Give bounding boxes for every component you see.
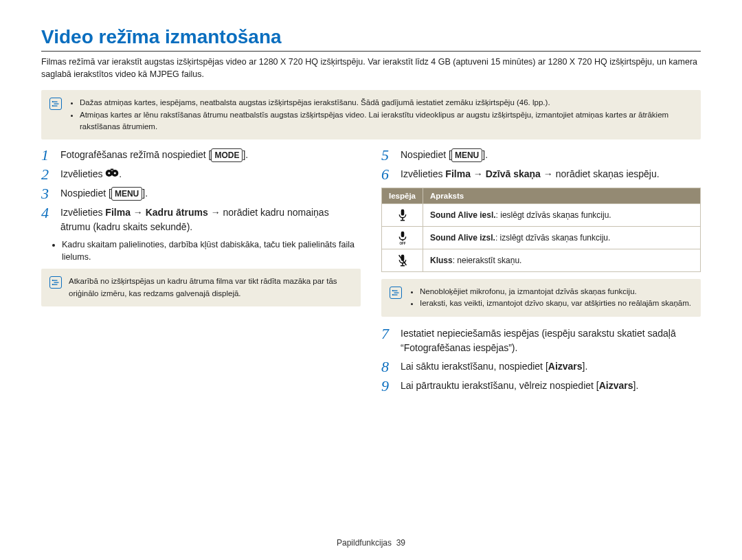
step-6: 6 Izvēlieties Filma → Dzīvā skaņa → norā… bbox=[381, 167, 701, 182]
step-text: Izvēlieties bbox=[60, 207, 105, 218]
step-number: 7 bbox=[381, 326, 392, 341]
page-footer: Papildfunkcijas 39 bbox=[0, 538, 742, 548]
step-text: ]. bbox=[583, 361, 588, 372]
step-8: 8 Lai sāktu ierakstīšanu, nospiediet [Ai… bbox=[381, 359, 701, 374]
option-desc: : ieslēgt dzīvās skaņas funkciju. bbox=[496, 210, 611, 220]
note-item: Atmiņas kartes ar lēnu rakstīšanas ātrum… bbox=[80, 109, 693, 133]
step-text: . bbox=[245, 149, 248, 160]
footer-section: Papildfunkcijas bbox=[337, 538, 392, 548]
step-3: 3 Nospiediet [MENU]. bbox=[41, 186, 361, 201]
step-text: . bbox=[145, 188, 148, 199]
table-row: Sound Alive iesl.: ieslēgt dzīvās skaņas… bbox=[382, 204, 701, 227]
step-1: 1 Fotografēšanas režīmā nospiediet [MODE… bbox=[41, 148, 361, 163]
step-number: 5 bbox=[381, 148, 392, 163]
svg-rect-4 bbox=[111, 168, 113, 170]
step-text: Nospiediet bbox=[60, 188, 109, 199]
step-bold: Filma bbox=[105, 207, 131, 218]
step-number: 9 bbox=[381, 379, 392, 394]
step-7: 7 Iestatiet nepieciešamās iespējas (iesp… bbox=[381, 326, 701, 355]
table-row: OFF Sound Alive izsl.: izslēgt dzīvās sk… bbox=[382, 227, 701, 249]
page-title: Video režīma izmantošana bbox=[41, 26, 701, 52]
menu-button-label: MENU bbox=[111, 187, 142, 201]
step-text: . bbox=[485, 149, 488, 160]
step-text: → norādiet skaņas iespēju. bbox=[541, 168, 660, 179]
video-mode-icon bbox=[105, 168, 119, 182]
option-label: Sound Alive iesl. bbox=[430, 210, 496, 220]
step-text: Iestatiet nepieciešamās iespējas (iespēj… bbox=[401, 326, 701, 355]
option-label: Kluss bbox=[430, 256, 453, 265]
svg-text:OFF: OFF bbox=[399, 242, 405, 245]
note-icon bbox=[49, 276, 62, 289]
footer-page-number: 39 bbox=[396, 538, 405, 548]
note-item: Nenobloķējiet mikrofonu, ja izmantojat d… bbox=[420, 286, 691, 298]
options-table: Iespēja Apraksts Sound Alive iesl.: iesl… bbox=[381, 188, 701, 272]
mic-off-icon: OFF bbox=[397, 232, 408, 242]
step-2: 2 Izvēlieties . bbox=[41, 167, 361, 182]
mic-mute-icon bbox=[397, 255, 408, 265]
step-text: Fotografēšanas režīmā nospiediet bbox=[60, 149, 209, 160]
note-text: Atkarībā no izšķirtspējas un kadru ātrum… bbox=[69, 276, 352, 300]
step-bold: Dzīvā skaņa bbox=[486, 168, 541, 179]
step-4-bullets: Kadru skaitam palielinoties, darbība kļū… bbox=[41, 238, 361, 263]
table-header-description: Apraksts bbox=[423, 188, 701, 204]
step-number: 2 bbox=[41, 167, 52, 182]
note-box-right: Nenobloķējiet mikrofonu, ja izmantojat d… bbox=[381, 279, 701, 317]
svg-point-3 bbox=[114, 172, 116, 174]
step-number: 6 bbox=[381, 167, 392, 182]
intro-paragraph: Filmas režīmā var ierakstīt augstas izšķ… bbox=[41, 56, 701, 80]
mode-button-label: MODE bbox=[211, 148, 243, 162]
step-5: 5 Nospiediet [MENU]. bbox=[381, 148, 701, 163]
step-text: Lai sāktu ierakstīšanu, nospiediet [ bbox=[401, 361, 548, 372]
step-number: 1 bbox=[41, 148, 52, 163]
note-item: Dažas atmiņas kartes, iespējams, neatbal… bbox=[80, 97, 693, 109]
mic-on-icon bbox=[397, 210, 408, 219]
note-icon bbox=[49, 98, 62, 110]
note-box-top: Dažas atmiņas kartes, iespējams, neatbal… bbox=[41, 90, 701, 139]
svg-point-2 bbox=[109, 172, 111, 174]
svg-rect-5 bbox=[401, 210, 404, 216]
note-box-left: Atkarībā no izšķirtspējas un kadru ātrum… bbox=[41, 269, 361, 306]
note-list: Nenobloķējiet mikrofonu, ja izmantojat d… bbox=[409, 286, 691, 310]
menu-button-label: MENU bbox=[451, 148, 482, 162]
step-number: 3 bbox=[41, 186, 52, 201]
step-text: Izvēlieties bbox=[60, 168, 105, 179]
option-desc: : neierakstīt skaņu. bbox=[453, 256, 522, 265]
table-header-option: Iespēja bbox=[382, 188, 423, 204]
option-desc: : izslēgt dzīvās skaņas funkciju. bbox=[495, 233, 610, 243]
step-bold: Kadru ātrums bbox=[146, 207, 208, 218]
step-text: → bbox=[131, 207, 146, 218]
step-text: → bbox=[471, 168, 486, 179]
step-text: . bbox=[119, 168, 122, 179]
step-4: 4 Izvēlieties Filma → Kadru ātrums → nor… bbox=[41, 205, 361, 234]
step-bold: Aizvars bbox=[548, 361, 583, 372]
step-text: Lai pārtrauktu ierakstīšanu, vēlreiz nos… bbox=[401, 380, 599, 391]
note-item: Ieraksti, kas veikti, izmantojot dzīvo s… bbox=[420, 298, 691, 309]
step-number: 8 bbox=[381, 359, 392, 374]
step-number: 4 bbox=[41, 205, 52, 221]
step-text: ]. bbox=[633, 380, 639, 391]
step-bold: Aizvars bbox=[599, 380, 633, 391]
bullet-item: Kadru skaitam palielinoties, darbība kļū… bbox=[62, 238, 361, 263]
svg-rect-8 bbox=[401, 232, 404, 237]
note-list: Dažas atmiņas kartes, iespējams, neatbal… bbox=[69, 97, 693, 133]
note-icon bbox=[390, 287, 402, 299]
step-bold: Filma bbox=[445, 168, 471, 179]
step-text: Nospiediet bbox=[401, 149, 449, 160]
table-row: Kluss: neierakstīt skaņu. bbox=[382, 249, 701, 272]
option-label: Sound Alive izsl. bbox=[430, 233, 495, 243]
step-text: Izvēlieties bbox=[401, 168, 445, 179]
step-9: 9 Lai pārtrauktu ierakstīšanu, vēlreiz n… bbox=[381, 379, 701, 394]
